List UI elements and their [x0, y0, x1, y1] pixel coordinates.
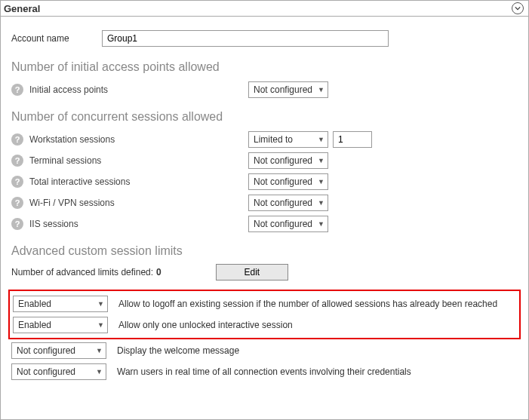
display-welcome-select[interactable]: Not configured ▼ — [11, 342, 106, 359]
select-value: Not configured — [254, 176, 312, 187]
select-value: Not configured — [17, 366, 75, 377]
initial-access-points-row: ? Initial access points Not configured ▼ — [11, 80, 518, 100]
display-welcome-row: Not configured ▼ Display the welcome mes… — [11, 341, 518, 360]
account-name-input[interactable] — [102, 30, 389, 47]
warn-users-row: Not configured ▼ Warn users in real time… — [11, 362, 518, 382]
setting-label: IIS sessions — [29, 219, 248, 229]
select-value: Not configured — [254, 219, 312, 229]
chevron-down-icon: ▼ — [315, 220, 324, 228]
chevron-down-icon: ▼ — [315, 178, 324, 185]
section-title-advanced: Advanced custom session limits — [11, 244, 518, 258]
initial-access-points-select[interactable]: Not configured ▼ — [248, 81, 328, 98]
advanced-limits-count-label: Number of advanced limits defined: — [11, 267, 153, 277]
help-icon[interactable]: ? — [11, 133, 23, 146]
select-value: Not configured — [254, 155, 312, 166]
panel-header: General — [1, 1, 528, 17]
total-interactive-sessions-select[interactable]: Not configured ▼ — [248, 173, 328, 190]
select-value: Not configured — [17, 345, 75, 356]
help-icon[interactable]: ? — [11, 84, 23, 96]
chevron-down-icon: ▼ — [96, 368, 103, 376]
account-name-label: Account name — [11, 33, 102, 44]
select-value: Enabled — [18, 320, 51, 330]
setting-description: Display the welcome message — [117, 345, 239, 356]
chevron-down-icon: ▼ — [315, 136, 324, 143]
setting-label: Total interactive sessions — [29, 176, 248, 187]
setting-label: Wi-Fi / VPN sessions — [29, 198, 248, 208]
chevron-down-icon: ▼ — [97, 300, 104, 308]
setting-description: Allow only one unlocked interactive sess… — [118, 320, 293, 330]
chevron-down-icon: ▼ — [315, 199, 324, 207]
total-interactive-sessions-row: ? Total interactive sessions Not configu… — [11, 172, 518, 192]
wifi-vpn-sessions-row: ? Wi-Fi / VPN sessions Not configured ▼ — [11, 193, 518, 213]
help-icon[interactable]: ? — [11, 155, 23, 167]
allow-logoff-row: Enabled ▼ Allow to logoff an existing se… — [13, 294, 516, 314]
allow-one-unlocked-row: Enabled ▼ Allow only one unlocked intera… — [13, 315, 516, 335]
select-value: Not configured — [254, 84, 312, 95]
general-panel: General Account name Number of initial a… — [0, 0, 529, 420]
panel-title: General — [4, 3, 40, 14]
chevron-down-icon: ▼ — [315, 86, 324, 94]
chevron-down-icon: ▼ — [315, 157, 324, 164]
chevron-down-icon: ▼ — [97, 321, 104, 329]
workstation-sessions-select[interactable]: Limited to ▼ — [248, 131, 328, 148]
chevron-down-icon: ▼ — [96, 347, 103, 354]
account-name-row: Account name — [11, 30, 518, 47]
highlighted-settings: Enabled ▼ Allow to logoff an existing se… — [8, 290, 521, 339]
setting-description: Warn users in real time of all connectio… — [117, 366, 411, 377]
setting-description: Allow to logoff an existing session if t… — [118, 299, 497, 309]
allow-logoff-select[interactable]: Enabled ▼ — [13, 296, 108, 312]
advanced-limits-count-value: 0 — [156, 267, 161, 277]
edit-button[interactable]: Edit — [216, 264, 288, 281]
warn-users-select[interactable]: Not configured ▼ — [11, 363, 106, 380]
select-value: Limited to — [254, 134, 293, 145]
workstation-sessions-row: ? Workstation sessions Limited to ▼ — [11, 130, 518, 149]
select-value: Enabled — [18, 299, 51, 309]
setting-label: Initial access points — [29, 84, 248, 95]
advanced-limits-count-row: Number of advanced limits defined: 0 Edi… — [11, 264, 518, 281]
help-icon[interactable]: ? — [11, 197, 23, 209]
section-title-concurrent: Number of concurrent sessions allowed — [11, 110, 518, 124]
collapse-toggle[interactable] — [512, 2, 524, 14]
help-icon[interactable]: ? — [11, 176, 23, 188]
section-title-initial: Number of initial access points allowed — [11, 60, 518, 74]
wifi-vpn-sessions-select[interactable]: Not configured ▼ — [248, 195, 328, 211]
iis-sessions-row: ? IIS sessions Not configured ▼ — [11, 214, 518, 234]
setting-label: Workstation sessions — [29, 134, 248, 145]
workstation-sessions-count-input[interactable] — [333, 131, 372, 148]
select-value: Not configured — [254, 198, 312, 208]
terminal-sessions-select[interactable]: Not configured ▼ — [248, 152, 328, 169]
help-icon[interactable]: ? — [11, 218, 23, 230]
allow-one-unlocked-select[interactable]: Enabled ▼ — [13, 317, 108, 333]
terminal-sessions-row: ? Terminal sessions Not configured ▼ — [11, 151, 518, 170]
iis-sessions-select[interactable]: Not configured ▼ — [248, 216, 328, 232]
setting-label: Terminal sessions — [29, 155, 248, 166]
chevron-down-icon — [515, 5, 521, 11]
panel-content: Account name Number of initial access po… — [1, 17, 528, 391]
